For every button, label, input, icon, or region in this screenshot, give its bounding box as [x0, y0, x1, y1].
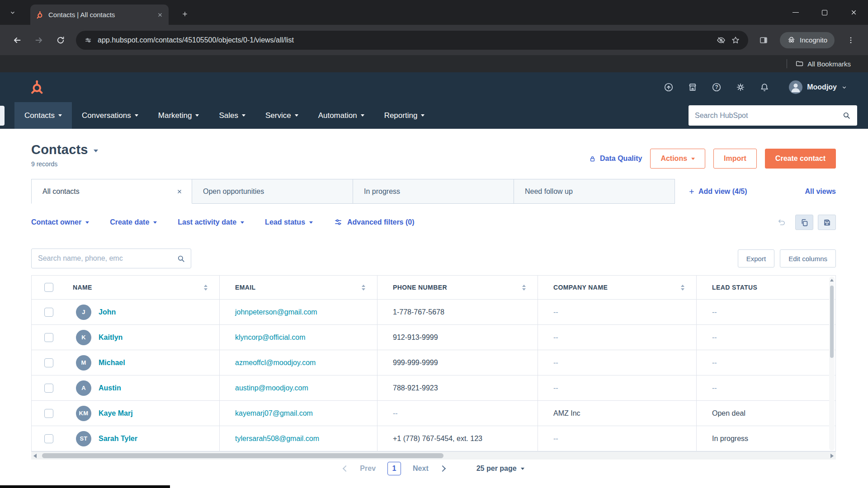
- all-views-link[interactable]: All views: [805, 188, 836, 196]
- global-search-input[interactable]: [695, 112, 838, 120]
- copy-view-button[interactable]: [795, 215, 813, 230]
- tab-search-button[interactable]: [5, 5, 20, 20]
- column-header-lead-status[interactable]: LEAD STATUS: [696, 276, 835, 299]
- scroll-up-arrow-icon[interactable]: [830, 279, 834, 282]
- contact-name-link[interactable]: Sarah Tyler: [99, 435, 137, 443]
- row-checkbox[interactable]: [44, 434, 53, 443]
- row-checkbox[interactable]: [44, 358, 53, 367]
- new-tab-button[interactable]: [177, 6, 193, 22]
- column-header-email[interactable]: EMAIL: [219, 276, 377, 299]
- global-search[interactable]: [689, 105, 857, 126]
- nav-item-automation[interactable]: Automation: [308, 102, 374, 129]
- contact-email-link[interactable]: tylersarah508@gmail.com: [235, 435, 319, 443]
- help-icon[interactable]: [712, 82, 722, 92]
- nav-item-marketing[interactable]: Marketing: [148, 102, 209, 129]
- add-view-link[interactable]: Add view (4/5): [689, 188, 747, 196]
- nav-item-contacts[interactable]: Contacts: [14, 102, 72, 129]
- save-view-button[interactable]: [818, 215, 836, 230]
- side-panel-button[interactable]: [754, 30, 774, 50]
- close-button[interactable]: [839, 0, 868, 25]
- account-menu[interactable]: Moodjoy: [789, 80, 847, 94]
- upgrade-icon[interactable]: [664, 82, 674, 92]
- eye-off-icon[interactable]: [717, 36, 726, 45]
- filter-contact-owner[interactable]: Contact owner: [31, 218, 89, 226]
- vertical-scroll-thumb[interactable]: [830, 286, 834, 358]
- create-contact-button[interactable]: Create contact: [765, 149, 836, 169]
- per-page-select[interactable]: 25 per page: [476, 465, 524, 473]
- reload-button[interactable]: [51, 30, 71, 50]
- table-search-input[interactable]: [38, 254, 173, 263]
- import-button[interactable]: Import: [713, 149, 757, 169]
- prev-button[interactable]: Prev: [360, 465, 376, 473]
- sort-icon[interactable]: [362, 285, 365, 291]
- bookmark-star-icon[interactable]: [731, 36, 740, 45]
- edit-columns-button[interactable]: Edit columns: [780, 249, 836, 267]
- data-quality-link[interactable]: Data Quality: [589, 155, 642, 163]
- maximize-button[interactable]: [810, 0, 839, 25]
- filter-lead-status[interactable]: Lead status: [265, 218, 313, 226]
- browser-menu-button[interactable]: [841, 30, 861, 50]
- hubspot-logo[interactable]: [29, 80, 44, 95]
- scroll-right-arrow-icon[interactable]: [830, 454, 834, 458]
- table-search[interactable]: [31, 249, 191, 268]
- close-icon[interactable]: [176, 188, 183, 195]
- contact-email-link[interactable]: azmeoffcl@moodjoy.com: [235, 359, 316, 367]
- select-all-checkbox[interactable]: [44, 283, 53, 292]
- chevron-left-icon[interactable]: [343, 465, 349, 472]
- back-button[interactable]: [7, 30, 27, 50]
- view-tab-in-progress[interactable]: In progress: [353, 179, 514, 204]
- horizontal-scrollbar[interactable]: [31, 452, 836, 460]
- contact-email-link[interactable]: johnpeterson@gmail.com: [235, 308, 317, 316]
- column-header-company[interactable]: COMPANY NAME: [538, 276, 696, 299]
- actions-button[interactable]: Actions: [650, 149, 705, 169]
- advanced-filters-link[interactable]: Advanced filters (0): [334, 218, 414, 227]
- contact-name-link[interactable]: John: [99, 308, 116, 316]
- url-bar[interactable]: app.hubspot.com/contacts/45105500/object…: [76, 31, 748, 50]
- row-checkbox[interactable]: [44, 384, 53, 393]
- tab-close-icon[interactable]: [157, 12, 163, 18]
- nav-item-conversations[interactable]: Conversations: [72, 102, 148, 129]
- scroll-left-arrow-icon[interactable]: [33, 454, 37, 458]
- site-info-icon[interactable]: [84, 36, 92, 44]
- contact-email-link[interactable]: klyncorp@official.com: [235, 333, 306, 342]
- sort-icon[interactable]: [204, 285, 208, 291]
- notifications-bell-icon[interactable]: [760, 82, 769, 92]
- filter-create-date[interactable]: Create date: [110, 218, 157, 226]
- minimize-button[interactable]: [781, 0, 810, 25]
- title-caret-icon[interactable]: [94, 150, 98, 152]
- column-header-phone[interactable]: PHONE NUMBER: [377, 276, 538, 299]
- undo-button[interactable]: [773, 215, 791, 230]
- view-tab-all-contacts[interactable]: All contacts: [31, 179, 192, 204]
- row-checkbox[interactable]: [44, 308, 53, 317]
- contact-email-link[interactable]: kayemarj07@gmail.com: [235, 409, 313, 418]
- contact-email-link[interactable]: austinp@moodjoy.com: [235, 384, 308, 392]
- row-checkbox[interactable]: [44, 333, 53, 342]
- nav-item-service[interactable]: Service: [255, 102, 308, 129]
- vertical-scrollbar[interactable]: [829, 277, 835, 450]
- column-header-name[interactable]: NAME: [66, 276, 219, 299]
- horizontal-scroll-thumb[interactable]: [42, 453, 443, 458]
- chevron-right-icon[interactable]: [439, 465, 446, 472]
- contact-name-link[interactable]: Michael: [99, 359, 125, 367]
- contact-name-link[interactable]: Kaitlyn: [99, 333, 123, 342]
- view-tab-open-opportunities[interactable]: Open opportunities: [192, 179, 353, 204]
- marketplace-icon[interactable]: [688, 82, 698, 92]
- page-1-button[interactable]: 1: [387, 462, 401, 475]
- contact-name-link[interactable]: Austin: [99, 384, 121, 392]
- filter-last-activity-date[interactable]: Last activity date: [178, 218, 244, 226]
- settings-gear-icon[interactable]: [736, 82, 745, 92]
- row-checkbox[interactable]: [44, 409, 53, 418]
- browser-tab[interactable]: Contacts | All contacts: [30, 5, 169, 25]
- all-bookmarks-button[interactable]: All Bookmarks: [795, 60, 851, 68]
- nav-item-sales[interactable]: Sales: [209, 102, 255, 129]
- nav-item-reporting[interactable]: Reporting: [374, 102, 435, 129]
- sort-icon[interactable]: [681, 285, 684, 291]
- sort-icon[interactable]: [522, 285, 526, 291]
- chevron-down-icon: [421, 114, 425, 117]
- view-tab-need-follow-up[interactable]: Need follow up: [514, 179, 675, 204]
- forward-button[interactable]: [29, 30, 49, 50]
- export-button[interactable]: Export: [738, 249, 774, 267]
- contact-name-link[interactable]: Kaye Marj: [99, 409, 133, 418]
- next-button[interactable]: Next: [413, 465, 429, 473]
- phone-cell: 1-778-767-5678: [393, 308, 444, 316]
